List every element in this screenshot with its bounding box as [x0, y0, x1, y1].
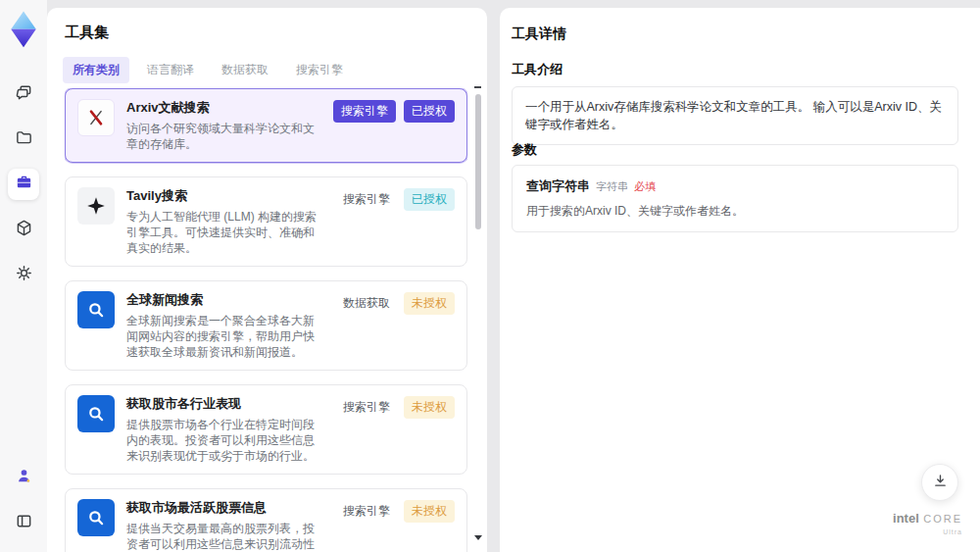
chat-icon	[15, 83, 33, 106]
param-card: 查询字符串 字符串 必填 用于搜索的Arxiv ID、关键字或作者姓名。	[512, 165, 958, 232]
gear-icon	[15, 264, 33, 286]
tool-card-title: Arxiv文献搜索	[126, 99, 321, 117]
panel-collapse-icon	[15, 512, 33, 534]
download-button[interactable]	[921, 464, 958, 501]
scroll-up-arrow[interactable]	[474, 86, 481, 88]
status-badge: 已授权	[404, 188, 455, 211]
intel-core-logo: intel CORE Ultra	[893, 511, 962, 538]
intro-heading: 工具介绍	[512, 61, 563, 78]
tool-card-title: 全球新闻搜索	[126, 291, 325, 309]
tavily-star-icon	[77, 187, 115, 225]
briefcase-icon	[15, 174, 33, 196]
tab-search-engine[interactable]: 搜索引擎	[286, 57, 353, 83]
status-badge: 未授权	[404, 396, 455, 419]
blue-search-icon	[77, 499, 115, 536]
download-icon	[932, 473, 949, 493]
tool-card-list: Arxiv文献搜索 访问各个研究领域大量科学论文和文章的存储库。 搜索引擎 已授…	[65, 88, 467, 552]
sidebar-item-settings[interactable]	[8, 259, 39, 290]
tab-language-translation[interactable]: 语言翻译	[137, 57, 204, 83]
category-badge: 搜索引擎	[333, 100, 396, 123]
tool-card-arxiv[interactable]: Arxiv文献搜索 访问各个研究领域大量科学论文和文章的存储库。 搜索引擎 已授…	[65, 88, 467, 163]
left-sidebar	[0, 0, 47, 552]
sidebar-item-account[interactable]	[8, 462, 39, 493]
tool-card-title: 获取市场最活跃股票信息	[126, 499, 325, 517]
sidebar-collapse-button[interactable]	[8, 507, 39, 538]
folder-icon	[15, 128, 33, 151]
intro-text-box: 一个用于从Arxiv存储库搜索科学论文和文章的工具。 输入可以是Arxiv ID…	[512, 86, 958, 145]
intel-wordmark: intel	[893, 511, 919, 526]
tab-data-fetch[interactable]: 数据获取	[212, 57, 278, 83]
category-badge: 搜索引擎	[337, 188, 396, 211]
status-badge: 已授权	[404, 100, 455, 123]
sidebar-item-chat[interactable]	[8, 78, 39, 110]
tool-card-stock-sector-performance[interactable]: 获取股市各行业表现 提供股票市场各个行业在特定时间段内的表现。投资者可以利用这些…	[65, 384, 467, 475]
category-tabs: 所有类别 语言翻译 数据获取 搜索引擎	[63, 57, 353, 83]
tab-all-categories[interactable]: 所有类别	[63, 57, 129, 83]
tool-card-desc: 提供当天交易量最高的股票列表，投资者可以利用这些信息来识别流动性强的股票和潜在的…	[126, 521, 325, 552]
blue-search-icon	[77, 291, 115, 328]
sidebar-item-tools[interactable]	[8, 169, 39, 200]
cube-icon	[15, 219, 33, 241]
tool-card-global-news-search[interactable]: 全球新闻搜索 全球新闻搜索是一个聚合全球各大新闻网站内容的搜索引擎，帮助用户快速…	[65, 280, 467, 371]
category-badge: 数据获取	[337, 292, 396, 315]
scroll-down-arrow[interactable]	[474, 535, 482, 540]
tool-card-desc: 全球新闻搜索是一个聚合全球各大新闻网站内容的搜索引擎，帮助用户快速获取全球最新资…	[126, 313, 325, 360]
app-logo-icon	[7, 10, 40, 49]
core-wordmark: CORE	[923, 513, 962, 525]
sidebar-item-files[interactable]	[8, 124, 39, 155]
blue-search-icon	[77, 395, 115, 432]
tool-detail-panel: 工具详情 工具介绍 一个用于从Arxiv存储库搜索科学论文和文章的工具。 输入可…	[500, 8, 980, 552]
avatar-icon	[15, 467, 33, 489]
param-required-flag: 必填	[634, 179, 656, 194]
status-badge: 未授权	[404, 500, 455, 523]
params-heading: 参数	[512, 141, 537, 159]
tool-card-title: Tavily搜索	[126, 187, 325, 205]
status-badge: 未授权	[404, 292, 455, 315]
param-name: 查询字符串	[526, 177, 590, 195]
param-type: 字符串	[596, 179, 628, 194]
core-sub-label: Ultra	[893, 526, 962, 538]
category-badge: 搜索引擎	[337, 500, 396, 523]
tool-list-panel: 工具集 所有类别 语言翻译 数据获取 搜索引擎 Arxiv文献搜索 访问各个研究…	[47, 8, 487, 552]
param-desc: 用于搜索的Arxiv ID、关键字或作者姓名。	[526, 203, 944, 220]
page-title: 工具集	[65, 24, 109, 42]
tool-card-tavily[interactable]: Tavily搜索 专为人工智能代理 (LLM) 构建的搜索引擎工具。可快速提供实…	[65, 176, 467, 267]
tool-card-desc: 专为人工智能代理 (LLM) 构建的搜索引擎工具。可快速提供实时、准确和真实的结…	[126, 209, 325, 256]
arxiv-chi-icon	[77, 99, 115, 136]
tool-card-title: 获取股市各行业表现	[126, 395, 325, 413]
tool-card-most-active-stocks[interactable]: 获取市场最活跃股票信息 提供当天交易量最高的股票列表，投资者可以利用这些信息来识…	[65, 488, 467, 552]
scrollbar-thumb[interactable]	[475, 94, 481, 229]
tool-card-desc: 提供股票市场各个行业在特定时间段内的表现。投资者可以利用这些信息来识别表现优于或…	[126, 417, 325, 464]
sidebar-item-models[interactable]	[8, 214, 39, 245]
detail-title: 工具详情	[512, 25, 566, 43]
tool-card-desc: 访问各个研究领域大量科学论文和文章的存储库。	[126, 121, 321, 152]
category-badge: 搜索引擎	[337, 396, 396, 419]
